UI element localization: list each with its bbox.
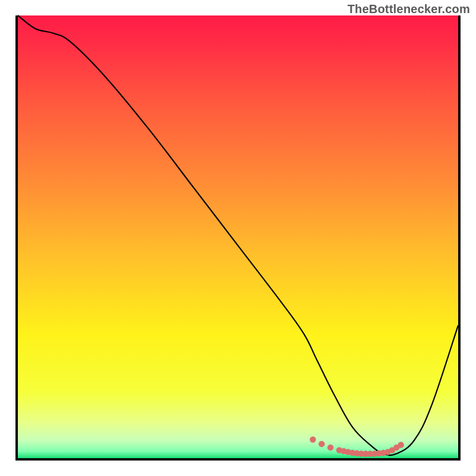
optimal-marker-point bbox=[327, 444, 333, 450]
plot-area bbox=[15, 15, 461, 461]
watermark-label: TheBottlenecker.com bbox=[347, 2, 470, 16]
chart-background-gradient bbox=[18, 15, 458, 458]
chart-svg bbox=[18, 15, 458, 458]
optimal-marker-point bbox=[310, 437, 316, 443]
bottleneck-chart: TheBottlenecker.com bbox=[0, 0, 476, 476]
optimal-marker-point bbox=[398, 441, 404, 447]
optimal-marker-point bbox=[318, 441, 324, 447]
